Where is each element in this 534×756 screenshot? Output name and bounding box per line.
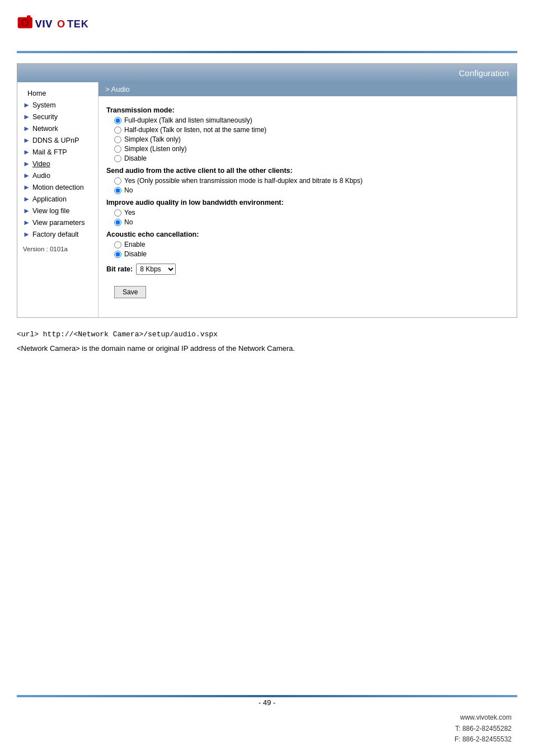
arrow-icon-ddns: ► (23, 136, 30, 144)
body-area: Home ► System ► Security ► Network ► DDN… (17, 82, 517, 317)
sidebar-label-video: Video (32, 160, 50, 168)
sidebar-item-mail-ftp[interactable]: ► Mail & FTP (17, 146, 98, 158)
sidebar-label-network: Network (32, 125, 58, 133)
radio-send-no-label: No (124, 186, 133, 194)
arrow-icon-security: ► (23, 112, 30, 121)
fax: F: 886-2-82455532 (0, 734, 512, 745)
phone: T: 886-2-82455282 (0, 724, 512, 734)
save-container: Save (114, 280, 509, 298)
radio-echo-enable[interactable]: Enable (114, 241, 509, 248)
sidebar-item-viewlog[interactable]: ► View log file (17, 205, 98, 217)
radio-send-yes[interactable]: Yes (Only possible when transmission mod… (114, 177, 509, 185)
footer: - 49 - www.vivotek.com T: 886-2-82455282… (0, 698, 534, 745)
config-title: Configuration (459, 68, 509, 78)
sidebar-item-security[interactable]: ► Security (17, 111, 98, 123)
arrow-icon-viewlog: ► (23, 206, 30, 215)
arrow-icon-network: ► (23, 124, 30, 133)
radio-echo-disable-input[interactable] (114, 251, 121, 258)
svg-text:TEK: TEK (67, 18, 88, 30)
radio-half-duplex-label: Half-duplex (Talk or listen, not at the … (124, 126, 266, 134)
radio-full-duplex-label: Full-duplex (Talk and listen simultaneou… (124, 116, 252, 124)
sidebar: Home ► System ► Security ► Network ► DDN… (17, 82, 99, 317)
radio-echo-enable-label: Enable (124, 241, 145, 248)
arrow-icon-factory: ► (23, 230, 30, 238)
version-text: Version : 0101a (17, 240, 98, 255)
sidebar-item-factory[interactable]: ► Factory default (17, 228, 98, 240)
radio-improve-yes-input[interactable] (114, 209, 121, 217)
radio-simplex-talk-input[interactable] (114, 136, 121, 143)
audio-breadcrumb: > Audio (99, 82, 517, 96)
bitrate-select[interactable]: 8 Kbps 16 Kbps 32 Kbps (136, 264, 176, 275)
radio-disable-transmission-input[interactable] (114, 155, 121, 162)
radio-simplex-talk[interactable]: Simplex (Talk only) (114, 135, 509, 143)
svg-text:VIV: VIV (35, 18, 53, 30)
config-header: Configuration (17, 64, 517, 82)
bitrate-row: Bit rate: 8 Kbps 16 Kbps 32 Kbps (106, 264, 509, 275)
arrow-icon-video: ► (23, 159, 30, 168)
radio-improve-yes[interactable]: Yes (114, 209, 509, 217)
sidebar-label-viewlog: View log file (32, 207, 69, 215)
sidebar-label-security: Security (32, 113, 58, 121)
radio-improve-no-label: No (124, 218, 133, 226)
radio-send-yes-input[interactable] (114, 177, 121, 185)
radio-improve-no[interactable]: No (114, 218, 509, 226)
sidebar-label-factory: Factory default (32, 231, 79, 238)
svg-rect-3 (27, 16, 31, 18)
vivotek-logo: VIV VIV O TEK (17, 10, 118, 41)
radio-echo-enable-input[interactable] (114, 241, 121, 248)
sidebar-label-audio: Audio (32, 172, 50, 180)
main-panel: > Audio Transmission mode: Full-duplex (… (99, 82, 517, 317)
radio-improve-yes-label: Yes (124, 209, 135, 217)
sidebar-item-ddns[interactable]: ► DDNS & UPnP (17, 134, 98, 146)
save-button[interactable]: Save (114, 286, 146, 298)
radio-echo-disable[interactable]: Disable (114, 250, 509, 258)
sidebar-label-system: System (32, 101, 56, 109)
audio-body: Transmission mode: Full-duplex (Talk and… (99, 96, 517, 304)
sidebar-item-motion[interactable]: ► Motion detection (17, 181, 98, 193)
arrow-icon-viewparams: ► (23, 218, 30, 227)
radio-send-no-input[interactable] (114, 187, 121, 194)
page-number: - 49 - (0, 698, 534, 707)
home-label: Home (27, 90, 46, 97)
svg-point-2 (23, 21, 27, 25)
sidebar-item-viewparams[interactable]: ► View parameters (17, 217, 98, 228)
sidebar-item-audio[interactable]: ► Audio (17, 170, 98, 181)
sidebar-item-system[interactable]: ► System (17, 99, 98, 111)
sidebar-item-video[interactable]: ► Video (17, 158, 98, 170)
radio-send-no[interactable]: No (114, 186, 509, 194)
sidebar-item-home[interactable]: Home (17, 88, 98, 99)
radio-simplex-talk-label: Simplex (Talk only) (124, 135, 181, 143)
arrow-icon-application: ► (23, 195, 30, 203)
bottom-separator (17, 695, 517, 697)
radio-improve-no-input[interactable] (114, 219, 121, 226)
sidebar-item-network[interactable]: ► Network (17, 123, 98, 134)
top-separator (17, 51, 517, 53)
radio-disable-label: Disable (124, 154, 147, 162)
radio-full-duplex-input[interactable] (114, 117, 121, 124)
sidebar-label-application: Application (32, 195, 67, 203)
url-text: <url> http://<Network Camera>/setup/audi… (17, 330, 517, 339)
sidebar-label-ddns: DDNS & UPnP (32, 137, 79, 144)
radio-simplex-listen-label: Simplex (Listen only) (124, 145, 186, 153)
main-content: Configuration Home ► System ► Security ►… (17, 63, 517, 318)
website: www.vivotek.com (0, 712, 512, 723)
radio-disable-transmission[interactable]: Disable (114, 154, 509, 162)
url-section: <url> http://<Network Camera>/setup/audi… (17, 330, 517, 355)
svg-text:O: O (57, 18, 65, 30)
radio-full-duplex[interactable]: Full-duplex (Talk and listen simultaneou… (114, 116, 509, 124)
sidebar-item-application[interactable]: ► Application (17, 193, 98, 205)
improve-label: Improve audio quality in low bandwidth e… (106, 199, 509, 206)
echo-label: Acoustic echo cancellation: (106, 231, 509, 238)
sidebar-label-mail: Mail & FTP (32, 148, 67, 156)
logo-area: VIV VIV O TEK (0, 0, 534, 51)
radio-half-duplex-input[interactable] (114, 126, 121, 134)
contact-info: www.vivotek.com T: 886-2-82455282 F: 886… (0, 712, 534, 745)
bitrate-label: Bit rate: (106, 265, 133, 273)
radio-half-duplex[interactable]: Half-duplex (Talk or listen, not at the … (114, 126, 509, 134)
arrow-icon-audio: ► (23, 171, 30, 180)
arrow-icon-motion: ► (23, 183, 30, 191)
radio-echo-disable-label: Disable (124, 250, 147, 258)
radio-simplex-listen-input[interactable] (114, 145, 121, 153)
url-desc: <Network Camera> is the domain name or o… (17, 343, 517, 355)
radio-simplex-listen[interactable]: Simplex (Listen only) (114, 145, 509, 153)
